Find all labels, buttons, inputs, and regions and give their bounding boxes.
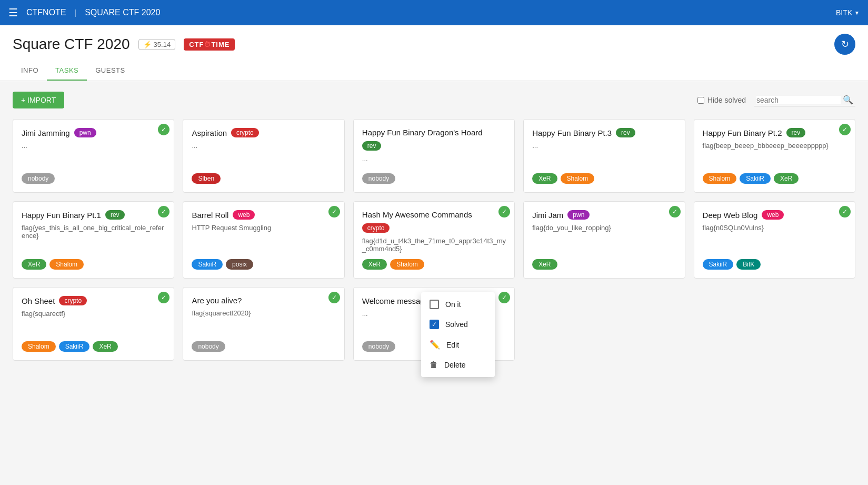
task-card-header: Happy Fun Binary Pt.2rev (703, 128, 846, 137)
task-desc: flag{d1d_u_t4k3_the_71me_t0_appr3c14t3_m… (362, 237, 506, 253)
context-menu-delete[interactable]: 🗑 Delete (421, 355, 495, 371)
task-card[interactable]: ✓ Happy Fun Binary Pt.1revflag{yes_this_… (13, 201, 174, 279)
solved-badge: ✓ (498, 292, 510, 303)
score-value: 35.14 (154, 41, 171, 48)
task-title: Are you alive? (192, 296, 242, 305)
task-card[interactable]: ✓ Jimi Jammingpwn...nobody (13, 119, 174, 193)
task-assignees: XeR (532, 259, 676, 270)
edit-label: Edit (446, 341, 459, 349)
import-button[interactable]: + IMPORT (13, 92, 64, 108)
hide-solved-checkbox[interactable] (697, 97, 704, 104)
task-tag: rev (786, 128, 806, 137)
refresh-button[interactable]: ↻ (834, 34, 855, 55)
search-box: 🔍 (754, 94, 855, 106)
task-desc: flag{yes_this_is_all_one_big_critical_ro… (22, 224, 165, 253)
assignee-chip: BitK (736, 259, 761, 270)
chevron-down-icon: ▼ (854, 10, 860, 16)
task-title: Jimi Jamming (22, 128, 70, 137)
page-title: Square CTF 2020 (13, 36, 130, 53)
context-menu: On it ✓ Solved ✏️ Edit 🗑 Delete (421, 292, 495, 371)
event-title: SQUARE CTF 2020 (85, 8, 160, 17)
task-assignees: nobody (362, 173, 506, 184)
task-card-header: Oh Sheetcrypto (22, 296, 165, 305)
task-assignees: SakiiRposix (192, 259, 335, 270)
task-tag: pwn (74, 128, 96, 137)
task-card[interactable]: ✓ Hash My Awesome Commandscryptoflag{d1d… (353, 201, 515, 279)
assignee-chip: nobody (362, 173, 395, 184)
task-card[interactable]: ✓ Are you alive?flag{squarectf2020}nobod… (183, 287, 344, 361)
task-desc: ... (22, 142, 165, 167)
task-tag: crypto (231, 128, 259, 137)
task-card-header: Happy Fun Binary Pt.3rev (532, 128, 676, 137)
solved-badge: ✓ (328, 292, 340, 303)
task-assignees: Slben (192, 173, 335, 184)
task-tag: pwn (567, 210, 590, 220)
task-assignees: ShalomSakiiRXeR (22, 341, 165, 352)
task-title: Happy Fun Binary Dragon's Hoard (362, 128, 483, 137)
assignee-chip: Shalom (49, 259, 84, 270)
solved-badge: ✓ (158, 206, 169, 217)
task-title: Jimi Jam (532, 211, 563, 220)
assignee-chip: Shalom (561, 173, 595, 184)
assignee-chip: XeR (93, 341, 117, 352)
task-tag: crypto (59, 296, 87, 305)
task-tag: rev (616, 128, 635, 137)
user-menu[interactable]: BITK ▼ (836, 8, 860, 17)
task-assignees: nobody (192, 341, 335, 352)
task-card[interactable]: Happy Fun Binary Pt.3rev...XeRShalom (523, 119, 685, 193)
task-card[interactable]: Happy Fun Binary Dragon's Hoardrev...nob… (353, 119, 515, 193)
solved-badge: ✓ (158, 124, 169, 135)
task-card[interactable]: ✓ Jimi Jampwnflag{do_you_like_ropping}Xe… (523, 201, 685, 279)
hide-solved-control: Hide solved (697, 96, 746, 104)
task-card-header: Barrel Rollweb (192, 210, 335, 220)
assignee-chip: Shalom (703, 173, 737, 184)
task-tag: rev (362, 141, 382, 151)
context-menu-solved[interactable]: ✓ Solved (421, 314, 495, 334)
on-it-checkbox[interactable] (430, 300, 439, 309)
assignee-chip: nobody (22, 173, 55, 184)
search-icon: 🔍 (843, 95, 853, 105)
task-card[interactable]: ✓ Barrel RollwebHTTP Request SmugglingSa… (183, 201, 344, 279)
context-menu-on-it[interactable]: On it (421, 294, 495, 314)
tab-info[interactable]: INFO (13, 61, 47, 81)
task-card[interactable]: ✓ Happy Fun Binary Pt.2revflag{beep_beee… (694, 119, 855, 193)
menu-icon[interactable]: ☰ (8, 6, 18, 19)
task-card[interactable]: Aspirationcrypto...Slben (183, 119, 344, 193)
assignee-chip: XeR (22, 259, 46, 270)
task-title: Happy Fun Binary Pt.3 (532, 128, 612, 137)
solved-badge: ✓ (498, 206, 510, 217)
assignee-chip: XeR (532, 173, 557, 184)
username: BITK (836, 8, 852, 17)
task-assignees: XeRShalom (532, 173, 676, 184)
assignee-chip: Shalom (390, 259, 424, 270)
task-title: Hash My Awesome Commands (362, 210, 472, 219)
task-tag: rev (105, 210, 125, 220)
tabs: INFO TASKS GUESTS (13, 61, 855, 81)
task-card[interactable]: ✓ Deep Web Blogwebflag{n0SQLn0Vulns}Saki… (694, 201, 855, 279)
task-card-header: Deep Web Blogweb (703, 210, 846, 220)
task-card[interactable]: ✓ Oh Sheetcryptoflag{squarectf}ShalomSak… (13, 287, 174, 361)
tab-tasks[interactable]: TASKS (47, 61, 87, 81)
solved-badge: ✓ (328, 206, 340, 217)
assignee-chip: nobody (362, 341, 395, 352)
ctftime-badge[interactable]: CTF⏱TIME (184, 38, 235, 51)
task-desc: flag{beep_beeep_bbbeeep_beeeeppppp} (703, 142, 846, 167)
search-input[interactable] (756, 96, 841, 104)
task-card-header: Jimi Jammingpwn (22, 128, 165, 137)
task-card-header: Happy Fun Binary Dragon's Hoardrev (362, 128, 506, 151)
solved-checkbox[interactable]: ✓ (430, 320, 439, 329)
score-icon: ⚡ (143, 41, 152, 48)
task-desc: flag{squarectf2020} (192, 309, 335, 335)
edit-icon: ✏️ (430, 340, 440, 350)
task-assignees: XeRShalom (362, 259, 506, 270)
assignee-chip: posix (226, 259, 253, 270)
context-menu-edit[interactable]: ✏️ Edit (421, 334, 495, 355)
tab-guests[interactable]: GUESTS (87, 61, 133, 81)
task-tag: crypto (362, 223, 390, 233)
solved-badge: ✓ (158, 292, 169, 303)
task-tag: web (762, 210, 784, 220)
assignee-chip: SakiiR (703, 259, 734, 270)
task-card-header: Hash My Awesome Commandscrypto (362, 210, 506, 233)
assignee-chip: SakiiR (59, 341, 90, 352)
solved-label: Solved (445, 320, 468, 329)
